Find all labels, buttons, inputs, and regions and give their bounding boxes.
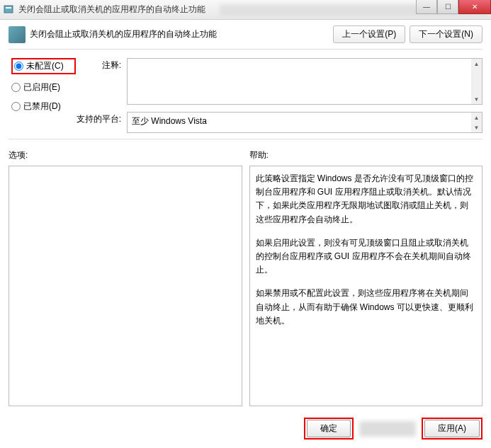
header-row: 关闭会阻止或取消关机的应用程序的自动终止功能 上一个设置(P) 下一个设置(N)	[9, 25, 482, 43]
help-paragraph-2: 如果启用此设置，则没有可见顶级窗口且阻止或取消关机的控制台应用程序或 GUI 应…	[256, 236, 477, 277]
ok-highlight: 确定	[304, 418, 354, 440]
content-area: 关闭会阻止或取消关机的应用程序的自动终止功能 上一个设置(P) 下一个设置(N)…	[0, 20, 491, 412]
radio-disabled[interactable]: 已禁用(D)	[11, 100, 76, 113]
help-box[interactable]: 此策略设置指定 Windows 是否允许没有可见顶级窗口的控制台应用程序和 GU…	[249, 166, 483, 406]
radio-group: 未配置(C) 已启用(E) 已禁用(D)	[9, 58, 76, 113]
highlight-box: 未配置(C)	[11, 58, 76, 74]
radio-column: 未配置(C) 已启用(E) 已禁用(D)	[9, 58, 76, 133]
divider	[9, 49, 482, 50]
comment-scroll-up-icon[interactable]: ▲	[471, 59, 482, 69]
close-button[interactable]: ✕	[458, 0, 491, 14]
platform-label: 支持的平台:	[76, 112, 121, 125]
fields-column: 注释: ▲ ▼ 支持的平台: 至少 Windows Vista ▲ ▼	[76, 58, 482, 133]
comment-row: 注释: ▲ ▼	[76, 58, 482, 105]
radio-enabled-input[interactable]	[11, 83, 21, 92]
titlebar: 关闭会阻止或取消关机的应用程序的自动终止功能 — ☐ ✕	[0, 0, 491, 20]
apply-highlight: 应用(A)	[422, 418, 482, 440]
platform-scroll-up-icon[interactable]: ▲	[471, 113, 482, 122]
apply-button[interactable]: 应用(A)	[424, 420, 480, 437]
maximize-button[interactable]: ☐	[437, 0, 458, 14]
radio-enabled[interactable]: 已启用(E)	[11, 81, 76, 93]
prev-setting-button[interactable]: 上一个设置(P)	[333, 25, 405, 43]
svg-rect-0	[4, 6, 13, 13]
radio-not-configured-label: 未配置(C)	[26, 60, 64, 72]
divider-2	[9, 139, 482, 139]
comment-spinner: ▲ ▼	[471, 58, 482, 105]
radio-disabled-input[interactable]	[11, 102, 21, 111]
help-column: 帮助: 此策略设置指定 Windows 是否允许没有可见顶级窗口的控制台应用程序…	[249, 149, 483, 406]
app-icon	[3, 4, 14, 16]
radio-enabled-label: 已启用(E)	[23, 81, 60, 93]
cancel-blur	[359, 421, 416, 437]
config-row: 未配置(C) 已启用(E) 已禁用(D) 注释: ▲	[9, 58, 482, 133]
help-label: 帮助:	[249, 149, 483, 161]
minimize-button[interactable]: —	[416, 0, 437, 14]
svg-rect-1	[6, 7, 11, 8]
comment-scroll-down-icon[interactable]: ▼	[471, 94, 482, 104]
options-column: 选项:	[9, 149, 242, 406]
radio-not-configured[interactable]: 未配置(C)	[14, 60, 73, 72]
ok-button[interactable]: 确定	[307, 420, 351, 437]
footer: 确定 应用(A)	[0, 412, 491, 445]
radio-not-configured-input[interactable]	[14, 62, 23, 71]
options-box	[9, 166, 242, 406]
platform-scroll-down-icon[interactable]: ▼	[471, 122, 482, 132]
policy-title: 关闭会阻止或取消关机的应用程序的自动终止功能	[30, 28, 217, 40]
comment-textarea[interactable]	[127, 58, 471, 105]
comment-label: 注释:	[76, 58, 121, 71]
nav-buttons: 上一个设置(P) 下一个设置(N)	[333, 25, 482, 43]
header-left: 关闭会阻止或取消关机的应用程序的自动终止功能	[9, 26, 217, 43]
next-setting-button[interactable]: 下一个设置(N)	[410, 25, 482, 43]
options-label: 选项:	[9, 149, 242, 161]
radio-disabled-label: 已禁用(D)	[23, 100, 61, 113]
lower-panels: 选项: 帮助: 此策略设置指定 Windows 是否允许没有可见顶级窗口的控制台…	[9, 149, 482, 406]
window-controls: — ☐ ✕	[416, 0, 491, 14]
window-title: 关闭会阻止或取消关机的应用程序的自动终止功能	[18, 4, 205, 16]
policy-icon	[9, 26, 26, 43]
platform-row: 支持的平台: 至少 Windows Vista ▲ ▼	[76, 112, 482, 133]
platform-spinner: ▲ ▼	[471, 112, 482, 133]
help-paragraph-3: 如果禁用或不配置此设置，则这些应用程序将在关机期间自动终止，从而有助于确保 Wi…	[256, 287, 477, 328]
platform-value: 至少 Windows Vista	[127, 112, 471, 133]
help-paragraph-1: 此策略设置指定 Windows 是否允许没有可见顶级窗口的控制台应用程序和 GU…	[256, 172, 477, 226]
